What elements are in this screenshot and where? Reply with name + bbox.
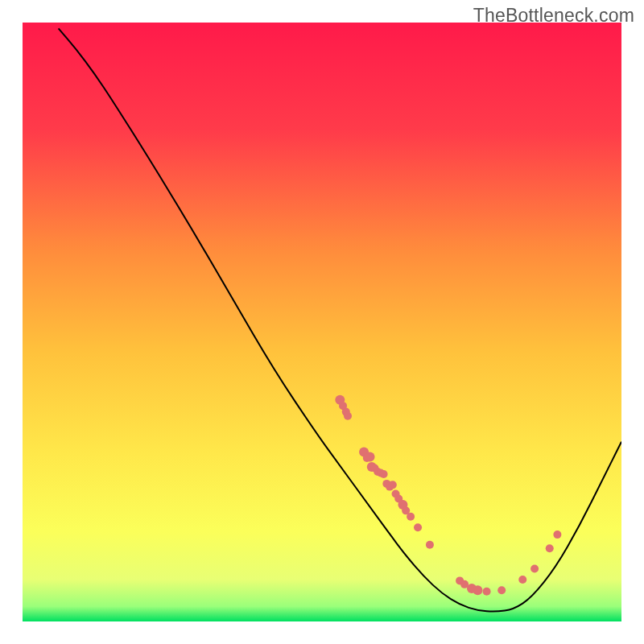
marker-dot	[414, 523, 422, 531]
marker-dot	[365, 452, 375, 461]
marker-dot	[518, 576, 526, 584]
bottleneck-chart	[0, 0, 644, 644]
marker-dot	[344, 412, 352, 420]
marker-dot	[426, 541, 434, 549]
marker-dot	[483, 588, 491, 596]
chart-frame: TheBottleneck.com	[0, 0, 644, 644]
attribution-text: TheBottleneck.com	[473, 5, 634, 27]
marker-dot	[546, 544, 554, 552]
marker-dot	[407, 513, 415, 521]
marker-dot	[389, 481, 397, 489]
marker-dot	[530, 565, 539, 573]
marker-dot	[380, 470, 388, 478]
marker-dot	[473, 585, 482, 595]
marker-dot	[497, 586, 506, 594]
marker-dot	[553, 530, 561, 539]
heat-gradient	[23, 23, 621, 621]
